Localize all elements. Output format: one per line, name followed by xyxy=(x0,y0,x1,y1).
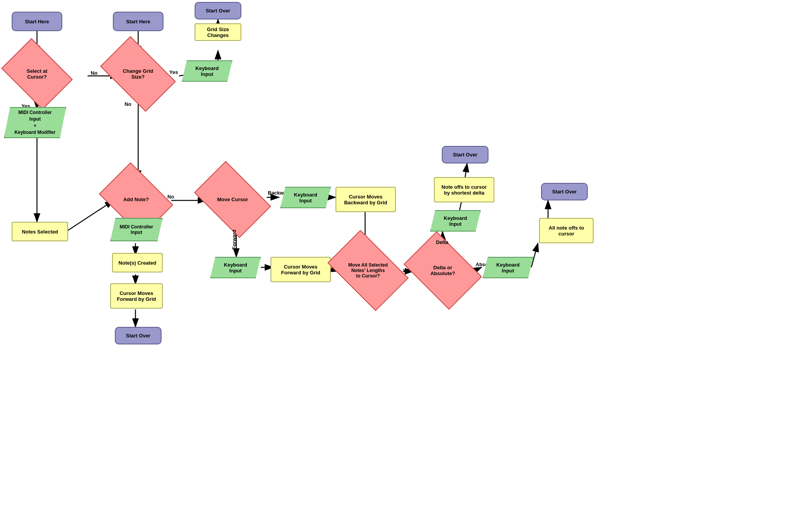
delta-label: Delta xyxy=(436,239,448,245)
cursor-backward-label: Cursor Moves Backward by Grid xyxy=(340,194,391,205)
start-over-top-label: Start Over xyxy=(206,8,230,14)
notes-selected: Notes Selected xyxy=(12,222,68,241)
keyboard-input-3: Keyboard Input xyxy=(210,257,261,278)
keyboard-input-2: Keyboard Input xyxy=(280,187,331,208)
flowchart: Start Here Start Here Start Over Grid Si… xyxy=(0,0,803,532)
cursor-forward-grid-label: Cursor Moves Forward by Grid xyxy=(275,264,326,276)
keyboard-input-1-label: Keyboard Input xyxy=(190,65,224,77)
start-over-4-label: Start Over xyxy=(453,152,478,158)
start-over-2: Start Over xyxy=(115,327,162,344)
all-note-offs-label: All note offs to cursor xyxy=(544,225,589,237)
no-label-changegrid: No xyxy=(125,101,131,107)
keyboard-input-2-label: Keyboard Input xyxy=(289,192,322,204)
move-cursor-diamond: Move Cursor xyxy=(200,177,265,222)
delta-absolute-label: Delta orAbsolute? xyxy=(430,265,455,276)
cursor-forward-grid: Cursor Moves Forward by Grid xyxy=(271,257,331,282)
midi-input-2-label: MIDI Controller Input xyxy=(119,224,154,235)
keyboard-input-4: Keyboard Input xyxy=(483,257,533,278)
start-over-2-label: Start Over xyxy=(126,333,151,339)
midi-input-1: MIDI Controller Input+Keyboard Modifier xyxy=(4,107,66,138)
forward-label: Forward xyxy=(231,230,237,249)
start-over-5: Start Over xyxy=(541,183,588,200)
cursor-backward: Cursor Moves Backward by Grid xyxy=(336,187,396,212)
select-at-cursor-diamond: Select atCursor? xyxy=(8,53,66,95)
all-note-offs: All note offs to cursor xyxy=(539,218,594,243)
svg-line-27 xyxy=(465,163,467,177)
grid-size-changes: Grid Size Changes xyxy=(195,23,241,41)
note-offs-shortest-label: Note offs to cursor by shortest delta xyxy=(439,184,490,196)
cursor-forward-2-label: Cursor Moves Forward by Grid xyxy=(115,290,158,302)
grid-size-changes-label: Grid Size Changes xyxy=(199,26,237,38)
keyboard-input-5: Keyboard Input xyxy=(430,210,481,232)
start-here-1: Start Here xyxy=(12,12,62,31)
notes-created: Note(s) Created xyxy=(112,253,163,272)
midi-input-1-label: MIDI Controller Input+Keyboard Modifier xyxy=(12,109,58,135)
move-all-notes-label: Move All SelectedNotes' Lengthsto Cursor… xyxy=(348,262,388,279)
change-grid-size-label: Change GridSize? xyxy=(123,68,153,80)
no-label-addnote: No xyxy=(167,194,174,200)
delta-absolute-diamond: Delta orAbsolute? xyxy=(411,247,475,294)
select-at-cursor-label: Select atCursor? xyxy=(26,68,47,80)
keyboard-input-3-label: Keyboard Input xyxy=(219,262,252,274)
start-here-2-label: Start Here xyxy=(126,19,150,25)
notes-selected-label: Notes Selected xyxy=(22,229,58,235)
keyboard-input-5-label: Keyboard Input xyxy=(439,215,472,227)
start-over-4: Start Over xyxy=(442,146,488,163)
add-note-label: Add Note? xyxy=(123,197,149,202)
note-offs-shortest: Note offs to cursor by shortest delta xyxy=(434,177,494,202)
start-here-2: Start Here xyxy=(113,12,163,31)
keyboard-input-4-label: Keyboard Input xyxy=(491,262,525,274)
no-label-1: No xyxy=(91,70,97,76)
move-all-notes-diamond: Move All SelectedNotes' Lengthsto Cursor… xyxy=(334,247,402,294)
start-here-1-label: Start Here xyxy=(25,19,49,25)
change-grid-size-diamond: Change GridSize? xyxy=(106,53,170,95)
yes-label-1: Yes xyxy=(169,69,178,75)
midi-input-2: MIDI Controller Input xyxy=(110,218,163,241)
svg-line-23 xyxy=(531,243,538,267)
add-note-diamond: Add Note? xyxy=(106,177,166,222)
keyboard-input-1: Keyboard Input xyxy=(182,60,232,82)
notes-created-label: Note(s) Created xyxy=(119,260,156,266)
start-over-5-label: Start Over xyxy=(552,189,577,195)
move-cursor-label: Move Cursor xyxy=(217,197,248,202)
start-over-top: Start Over xyxy=(195,2,241,19)
cursor-forward-2: Cursor Moves Forward by Grid xyxy=(110,283,163,309)
